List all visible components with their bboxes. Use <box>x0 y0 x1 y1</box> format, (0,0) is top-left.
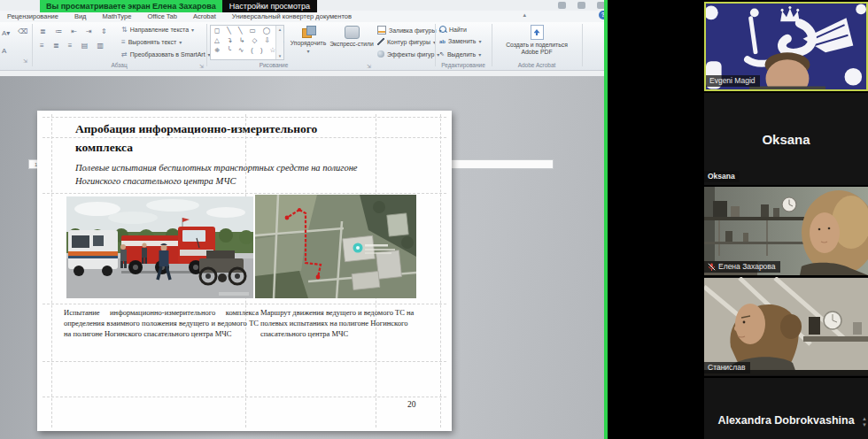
font-color-icon[interactable]: A <box>2 47 6 55</box>
slide-subtitle: Полевые испытания беспилотных транспортн… <box>75 161 387 188</box>
ribbon-collapse-icon[interactable]: ▴ <box>523 12 526 19</box>
chevron-down-icon <box>478 51 481 58</box>
search-icon <box>439 26 446 33</box>
dialog-launcher-icon[interactable]: ⇲ <box>23 58 27 64</box>
align-text-icon: ≡ <box>121 38 126 46</box>
editing-group-label: Редактирование <box>436 62 491 68</box>
quick-access-icon[interactable] <box>558 2 566 9</box>
quick-access-icon[interactable] <box>597 2 604 9</box>
right-image-caption: Маршрут движения ведущего и ведомого ТС … <box>260 307 422 339</box>
shape-outline-icon <box>377 38 384 45</box>
view-options-button[interactable]: Настройки просмотра <box>222 0 317 12</box>
shape-fill-icon <box>377 26 386 35</box>
alignment-buttons[interactable]: ≡ ≣ ≡ ▤ ▥ <box>40 42 107 50</box>
shapes-gallery-scrollbar[interactable]: ▴ ▾ <box>275 26 283 59</box>
quick-styles-button[interactable]: Экспресс-стили <box>329 26 374 47</box>
left-image-caption: Испытание информационно-измерительного к… <box>64 307 259 339</box>
shape-fill-button[interactable]: Заливка фигуры <box>377 26 441 35</box>
replace-button[interactable]: ab Заменить <box>439 38 482 44</box>
tab-view[interactable]: Вид <box>74 12 87 20</box>
chevron-down-icon <box>478 38 481 44</box>
convert-smartart-button[interactable]: ⇄ Преобразовать в SmartArt <box>121 50 211 58</box>
participant-display-name: Oksana <box>762 132 810 147</box>
tab-mathtype[interactable]: MathType <box>103 12 132 20</box>
tab-acrobat[interactable]: Acrobat <box>193 12 216 20</box>
acrobat-group-label: Adobe Acrobat <box>492 62 581 68</box>
participant-name-label: Evgeni Magid <box>706 75 760 87</box>
scroll-up-icon[interactable]: ▴ <box>279 27 282 32</box>
table-gridline <box>43 193 446 194</box>
clear-format-icon[interactable]: ⌫ <box>18 27 27 35</box>
quick-access-icon[interactable] <box>577 2 585 9</box>
shape-outline-button[interactable]: Контур фигуры <box>377 38 436 45</box>
participant-name-label: Oksana <box>704 171 740 182</box>
participants-sidebar: Evgeni Magid Oksana Oksana <box>608 0 868 439</box>
shapes-row[interactable]: ◻ ╲ ╲ ▭ ◯ ▢ <box>211 26 283 35</box>
shapes-row[interactable]: ※ ╰ ∿ ( ) ☆ <box>211 45 283 55</box>
arrange-icon <box>302 26 315 38</box>
find-button[interactable]: Найти <box>439 26 467 33</box>
table-gridline <box>43 361 446 362</box>
group-separator <box>582 24 583 66</box>
tab-universal-converter[interactable]: Универсальный конвертер документов <box>232 12 352 20</box>
shared-screen-powerpoint: Рецензирование Вид MathType Office Tab A… <box>0 0 604 439</box>
smartart-icon: ⇄ <box>121 50 128 58</box>
text-direction-button[interactable]: ⇅ Направление текста <box>121 26 194 34</box>
shape-effects-icon <box>377 50 384 58</box>
font-size-icon[interactable]: A▾ <box>2 29 10 37</box>
sidebar-scroll-control[interactable]: ▲▼ <box>862 416 867 428</box>
tab-office-tab[interactable]: Office Tab <box>147 12 177 20</box>
drawing-group: ◻ ╲ ╲ ▭ ◯ ▢ △ ↴ ↳ ◇ ⇩ ☁ ※ ╰ ∿ ( ) ☆ ▴ ▾ … <box>207 22 434 70</box>
viewing-screen-message: Вы просматриваете экран Елена Захарова <box>40 0 222 12</box>
table-gridline <box>43 397 446 397</box>
select-button[interactable]: ⇖ Выделить <box>439 50 481 58</box>
dialog-launcher-icon[interactable]: ⇲ <box>199 63 204 69</box>
create-pdf-button[interactable]: Создать и поделиться Adobe PDF <box>505 25 569 56</box>
slide-title: Апробация информационно-измерительного к… <box>75 119 359 157</box>
dialog-launcher-icon[interactable]: ⇲ <box>367 63 371 69</box>
participant-name-label: Станислав <box>704 362 750 374</box>
shape-effects-button[interactable]: Эффекты фигур <box>377 50 439 58</box>
list-indent-buttons[interactable]: ≣ ≔ ⇤ ⇥ ⇕ <box>40 27 111 35</box>
tab-review[interactable]: Рецензирование <box>7 12 58 20</box>
participant-name-label: Елена Захарова <box>704 261 780 273</box>
align-text-button[interactable]: ≡ Выровнять текст <box>121 38 182 46</box>
table-gridline <box>43 117 446 118</box>
shapes-gallery[interactable]: ◻ ╲ ╲ ▭ ◯ ▢ △ ↴ ↳ ◇ ⇩ ☁ ※ ╰ ∿ ( ) ☆ ▴ ▾ <box>210 25 284 60</box>
select-cursor-icon: ⇖ <box>439 50 445 58</box>
paragraph-group-label: Абзац <box>33 62 205 68</box>
participant-tile-oksana[interactable]: Oksana Oksana <box>704 93 868 185</box>
screen-share-banner: Вы просматриваете экран Елена Захарова Н… <box>40 0 317 12</box>
table-gridline <box>440 114 441 427</box>
font-group-partial: A▾ A ⌫ ⇲ <box>0 22 32 65</box>
ribbon: A▾ A ⌫ ⇲ ≣ ≔ ⇤ ⇥ ⇕ ≡ ≣ ≡ ▤ ▥ ⇅ Направлен… <box>0 22 604 71</box>
adobe-pdf-icon <box>531 25 544 40</box>
field-test-photo <box>66 196 253 298</box>
paragraph-group: ≣ ≔ ⇤ ⇥ ⇕ ≡ ≣ ≡ ▤ ▥ ⇅ Направление текста… <box>33 22 205 70</box>
text-direction-icon: ⇅ <box>121 26 128 34</box>
participant-tile-stanislav[interactable]: Станислав <box>704 277 868 376</box>
participant-display-name: Alexandra Dobrokvashina <box>717 414 854 427</box>
table-gridline <box>43 304 446 304</box>
participant-tile-elena-zakharova[interactable]: Елена Захарова <box>704 187 868 275</box>
acrobat-group: Создать и поделиться Adobe PDF Adobe Acr… <box>492 22 581 70</box>
chevron-down-icon <box>306 48 309 54</box>
scroll-down-icon[interactable]: ▾ <box>279 53 282 58</box>
table-gridline <box>51 114 52 427</box>
arrange-button[interactable]: Упорядочить <box>289 26 328 54</box>
participant-tile-evgeni-magid[interactable]: Evgeni Magid <box>704 2 868 91</box>
slide-page-number: 20 <box>407 400 416 409</box>
chevron-down-icon <box>179 39 182 45</box>
drawing-group-label: Рисование <box>207 62 340 68</box>
shapes-row[interactable]: △ ↴ ↳ ◇ ⇩ ☁ <box>211 35 283 45</box>
editing-group: Найти ab Заменить ⇖ Выделить Редактирова… <box>436 22 491 70</box>
route-map-image <box>255 195 416 298</box>
chevron-down-icon <box>191 27 194 33</box>
slide-canvas: Апробация информационно-измерительного к… <box>37 111 452 431</box>
document-area: 12 11 10 9 8 7 6 5 4 3 2 1 0 1 2 3 4 5 6… <box>0 76 604 439</box>
replace-icon: ab <box>439 39 446 44</box>
quick-styles-icon <box>345 26 360 39</box>
participant-tile-alexandra-dobrokvashina[interactable]: Alexandra Dobrokvashina <box>704 378 868 439</box>
muted-mic-icon <box>708 263 716 271</box>
